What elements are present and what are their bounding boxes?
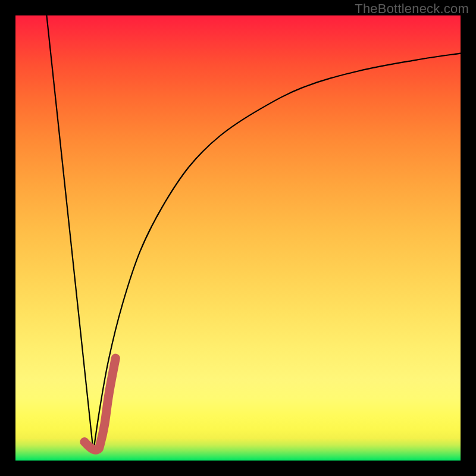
watermark-text: TheBottleneck.com [355,1,469,17]
chart-svg [15,15,461,461]
curve-left-arm [46,15,93,452]
plot-area [15,15,461,461]
curve-right-arm [93,54,461,452]
chart-frame: TheBottleneck.com [0,0,476,476]
